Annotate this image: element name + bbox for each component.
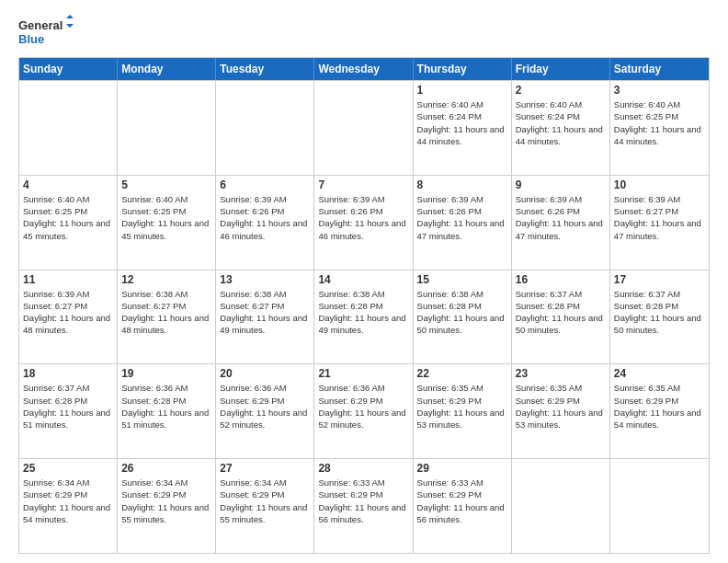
day-number: 6 bbox=[220, 178, 310, 191]
day-info: Sunrise: 6:33 AM Sunset: 6:29 PM Dayligh… bbox=[318, 477, 408, 525]
cal-cell: 17Sunrise: 6:37 AM Sunset: 6:28 PM Dayli… bbox=[610, 270, 709, 364]
cal-cell: 21Sunrise: 6:36 AM Sunset: 6:29 PM Dayli… bbox=[314, 364, 413, 458]
cal-cell: 5Sunrise: 6:40 AM Sunset: 6:25 PM Daylig… bbox=[118, 176, 216, 270]
day-info: Sunrise: 6:38 AM Sunset: 6:27 PM Dayligh… bbox=[220, 288, 310, 337]
cal-cell bbox=[19, 81, 118, 175]
day-info: Sunrise: 6:40 AM Sunset: 6:25 PM Dayligh… bbox=[614, 98, 705, 147]
day-info: Sunrise: 6:36 AM Sunset: 6:29 PM Dayligh… bbox=[220, 382, 310, 431]
day-info: Sunrise: 6:33 AM Sunset: 6:29 PM Dayligh… bbox=[417, 477, 507, 525]
day-info: Sunrise: 6:37 AM Sunset: 6:28 PM Dayligh… bbox=[23, 382, 113, 431]
day-number: 13 bbox=[220, 273, 310, 286]
day-info: Sunrise: 6:35 AM Sunset: 6:29 PM Dayligh… bbox=[614, 382, 705, 431]
day-info: Sunrise: 6:36 AM Sunset: 6:29 PM Dayligh… bbox=[318, 382, 408, 431]
day-number: 19 bbox=[121, 367, 211, 380]
cal-cell: 10Sunrise: 6:39 AM Sunset: 6:27 PM Dayli… bbox=[610, 176, 709, 270]
cal-cell: 16Sunrise: 6:37 AM Sunset: 6:28 PM Dayli… bbox=[512, 270, 610, 364]
cal-week-row-0: 1Sunrise: 6:40 AM Sunset: 6:24 PM Daylig… bbox=[19, 80, 709, 175]
day-number: 29 bbox=[417, 462, 507, 475]
day-info: Sunrise: 6:37 AM Sunset: 6:28 PM Dayligh… bbox=[614, 288, 705, 337]
day-number: 25 bbox=[23, 462, 113, 475]
day-info: Sunrise: 6:40 AM Sunset: 6:25 PM Dayligh… bbox=[23, 193, 113, 242]
cal-cell: 15Sunrise: 6:38 AM Sunset: 6:28 PM Dayli… bbox=[414, 270, 512, 364]
day-number: 24 bbox=[614, 367, 705, 380]
cal-cell bbox=[216, 81, 314, 175]
day-number: 2 bbox=[516, 84, 606, 97]
svg-marker-3 bbox=[66, 24, 74, 28]
cal-cell: 27Sunrise: 6:34 AM Sunset: 6:29 PM Dayli… bbox=[216, 459, 314, 553]
day-info: Sunrise: 6:40 AM Sunset: 6:24 PM Dayligh… bbox=[417, 98, 507, 147]
day-info: Sunrise: 6:34 AM Sunset: 6:29 PM Dayligh… bbox=[23, 477, 113, 525]
day-number: 18 bbox=[23, 367, 113, 380]
day-number: 20 bbox=[220, 367, 310, 380]
day-info: Sunrise: 6:35 AM Sunset: 6:29 PM Dayligh… bbox=[417, 382, 507, 431]
cal-header-cell-wednesday: Wednesday bbox=[314, 58, 413, 80]
day-info: Sunrise: 6:35 AM Sunset: 6:29 PM Dayligh… bbox=[516, 382, 606, 431]
day-info: Sunrise: 6:38 AM Sunset: 6:28 PM Dayligh… bbox=[417, 288, 507, 337]
day-number: 21 bbox=[318, 367, 408, 380]
cal-cell bbox=[512, 459, 610, 553]
day-info: Sunrise: 6:39 AM Sunset: 6:26 PM Dayligh… bbox=[318, 193, 408, 242]
cal-cell: 6Sunrise: 6:39 AM Sunset: 6:26 PM Daylig… bbox=[216, 176, 314, 270]
cal-cell: 18Sunrise: 6:37 AM Sunset: 6:28 PM Dayli… bbox=[19, 364, 118, 458]
day-info: Sunrise: 6:37 AM Sunset: 6:28 PM Dayligh… bbox=[516, 288, 606, 337]
svg-text:Blue: Blue bbox=[18, 32, 44, 46]
cal-cell: 20Sunrise: 6:36 AM Sunset: 6:29 PM Dayli… bbox=[216, 364, 314, 458]
day-info: Sunrise: 6:39 AM Sunset: 6:26 PM Dayligh… bbox=[220, 193, 310, 242]
cal-cell: 19Sunrise: 6:36 AM Sunset: 6:28 PM Dayli… bbox=[118, 364, 216, 458]
header: General Blue bbox=[18, 15, 710, 50]
day-info: Sunrise: 6:38 AM Sunset: 6:28 PM Dayligh… bbox=[318, 288, 408, 337]
day-info: Sunrise: 6:34 AM Sunset: 6:29 PM Dayligh… bbox=[121, 477, 211, 525]
cal-header-cell-tuesday: Tuesday bbox=[216, 58, 314, 80]
day-number: 28 bbox=[318, 462, 408, 475]
cal-cell: 9Sunrise: 6:39 AM Sunset: 6:26 PM Daylig… bbox=[512, 176, 610, 270]
day-info: Sunrise: 6:39 AM Sunset: 6:26 PM Dayligh… bbox=[417, 193, 507, 242]
cal-week-row-3: 18Sunrise: 6:37 AM Sunset: 6:28 PM Dayli… bbox=[19, 363, 709, 458]
page: General Blue SundayMondayTuesdayWednesda… bbox=[0, 0, 728, 563]
svg-text:General: General bbox=[18, 18, 63, 32]
cal-cell: 7Sunrise: 6:39 AM Sunset: 6:26 PM Daylig… bbox=[314, 176, 413, 270]
day-info: Sunrise: 6:40 AM Sunset: 6:25 PM Dayligh… bbox=[121, 193, 211, 242]
cal-cell bbox=[314, 81, 413, 175]
day-number: 3 bbox=[614, 84, 705, 97]
cal-cell: 29Sunrise: 6:33 AM Sunset: 6:29 PM Dayli… bbox=[414, 459, 512, 553]
cal-cell bbox=[610, 459, 709, 553]
cal-week-row-4: 25Sunrise: 6:34 AM Sunset: 6:29 PM Dayli… bbox=[19, 458, 709, 553]
day-number: 15 bbox=[417, 273, 507, 286]
cal-cell: 14Sunrise: 6:38 AM Sunset: 6:28 PM Dayli… bbox=[314, 270, 413, 364]
day-info: Sunrise: 6:38 AM Sunset: 6:27 PM Dayligh… bbox=[121, 288, 211, 337]
logo: General Blue bbox=[18, 15, 74, 50]
day-info: Sunrise: 6:40 AM Sunset: 6:24 PM Dayligh… bbox=[516, 98, 606, 147]
day-number: 26 bbox=[121, 462, 211, 475]
cal-header-cell-saturday: Saturday bbox=[610, 58, 709, 80]
cal-cell: 24Sunrise: 6:35 AM Sunset: 6:29 PM Dayli… bbox=[610, 364, 709, 458]
calendar-body: 1Sunrise: 6:40 AM Sunset: 6:24 PM Daylig… bbox=[19, 80, 709, 553]
day-info: Sunrise: 6:36 AM Sunset: 6:28 PM Dayligh… bbox=[121, 382, 211, 431]
calendar-header-row: SundayMondayTuesdayWednesdayThursdayFrid… bbox=[19, 58, 709, 80]
day-number: 23 bbox=[516, 367, 606, 380]
day-number: 9 bbox=[516, 178, 606, 191]
cal-week-row-1: 4Sunrise: 6:40 AM Sunset: 6:25 PM Daylig… bbox=[19, 175, 709, 270]
logo-svg: General Blue bbox=[18, 15, 74, 50]
day-info: Sunrise: 6:39 AM Sunset: 6:26 PM Dayligh… bbox=[516, 193, 606, 242]
day-number: 7 bbox=[318, 178, 408, 191]
cal-cell: 12Sunrise: 6:38 AM Sunset: 6:27 PM Dayli… bbox=[118, 270, 216, 364]
cal-cell bbox=[118, 81, 216, 175]
cal-cell: 8Sunrise: 6:39 AM Sunset: 6:26 PM Daylig… bbox=[414, 176, 512, 270]
cal-cell: 3Sunrise: 6:40 AM Sunset: 6:25 PM Daylig… bbox=[610, 81, 709, 175]
day-number: 1 bbox=[417, 84, 507, 97]
day-number: 27 bbox=[220, 462, 310, 475]
day-info: Sunrise: 6:39 AM Sunset: 6:27 PM Dayligh… bbox=[23, 288, 113, 337]
cal-header-cell-thursday: Thursday bbox=[414, 58, 512, 80]
day-number: 8 bbox=[417, 178, 507, 191]
cal-header-cell-friday: Friday bbox=[512, 58, 610, 80]
cal-cell: 25Sunrise: 6:34 AM Sunset: 6:29 PM Dayli… bbox=[19, 459, 118, 553]
day-info: Sunrise: 6:39 AM Sunset: 6:27 PM Dayligh… bbox=[614, 193, 705, 242]
svg-marker-2 bbox=[66, 15, 74, 18]
cal-header-cell-sunday: Sunday bbox=[19, 58, 118, 80]
day-number: 12 bbox=[121, 273, 211, 286]
cal-cell: 2Sunrise: 6:40 AM Sunset: 6:24 PM Daylig… bbox=[512, 81, 610, 175]
cal-cell: 13Sunrise: 6:38 AM Sunset: 6:27 PM Dayli… bbox=[216, 270, 314, 364]
day-number: 4 bbox=[23, 178, 113, 191]
cal-cell: 22Sunrise: 6:35 AM Sunset: 6:29 PM Dayli… bbox=[414, 364, 512, 458]
cal-week-row-2: 11Sunrise: 6:39 AM Sunset: 6:27 PM Dayli… bbox=[19, 270, 709, 364]
